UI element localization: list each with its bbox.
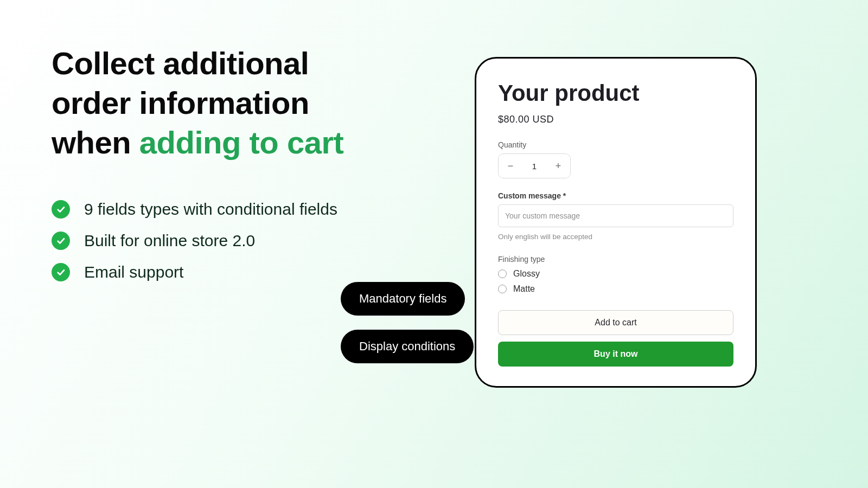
headline-line-1: Collect additional (52, 46, 309, 81)
headline-line-2: order information (52, 85, 309, 120)
quantity-stepper: − 1 + (498, 153, 571, 178)
feature-text: 9 fields types with conditional fields (84, 200, 337, 219)
add-to-cart-label: Add to cart (595, 318, 636, 328)
product-card: Your product $80.00 USD Quantity − 1 + C… (475, 57, 757, 388)
mandatory-fields-pill: Mandatory fields (341, 282, 465, 316)
feature-item: 9 fields types with conditional fields (52, 200, 399, 219)
radio-label: Matte (513, 284, 535, 294)
feature-text: Built for online store 2.0 (84, 232, 255, 250)
quantity-label: Quantity (498, 140, 733, 149)
headline: Collect additional order information whe… (52, 43, 399, 162)
headline-accent: adding to cart (139, 125, 343, 160)
headline-line-3-prefix: when (52, 125, 139, 160)
quantity-value: 1 (522, 162, 546, 171)
product-title: Your product (498, 80, 733, 106)
product-price: $80.00 USD (498, 114, 733, 125)
finishing-type-group: Glossy Matte (498, 269, 733, 294)
radio-icon (498, 285, 507, 293)
radio-icon (498, 269, 507, 278)
quantity-increase-button[interactable]: + (546, 153, 570, 178)
display-conditions-pill: Display conditions (341, 330, 474, 363)
feature-item: Email support (52, 263, 399, 281)
feature-list: 9 fields types with conditional fields B… (52, 200, 399, 281)
quantity-decrease-button[interactable]: − (499, 153, 522, 178)
finishing-type-label: Finishing type (498, 255, 733, 264)
custom-message-input[interactable] (498, 204, 733, 227)
custom-message-helper: Only english will be accepted (498, 233, 733, 241)
finishing-option-matte[interactable]: Matte (498, 284, 733, 294)
check-icon (52, 200, 70, 219)
radio-label: Glossy (513, 269, 540, 279)
buy-now-label: Buy it now (594, 349, 638, 359)
check-icon (52, 263, 70, 281)
finishing-option-glossy[interactable]: Glossy (498, 269, 733, 279)
check-icon (52, 232, 70, 250)
add-to-cart-button[interactable]: Add to cart (498, 310, 733, 335)
custom-message-label: Custom message * (498, 191, 733, 200)
buy-now-button[interactable]: Buy it now (498, 342, 733, 367)
feature-text: Email support (84, 263, 183, 281)
feature-item: Built for online store 2.0 (52, 232, 399, 250)
